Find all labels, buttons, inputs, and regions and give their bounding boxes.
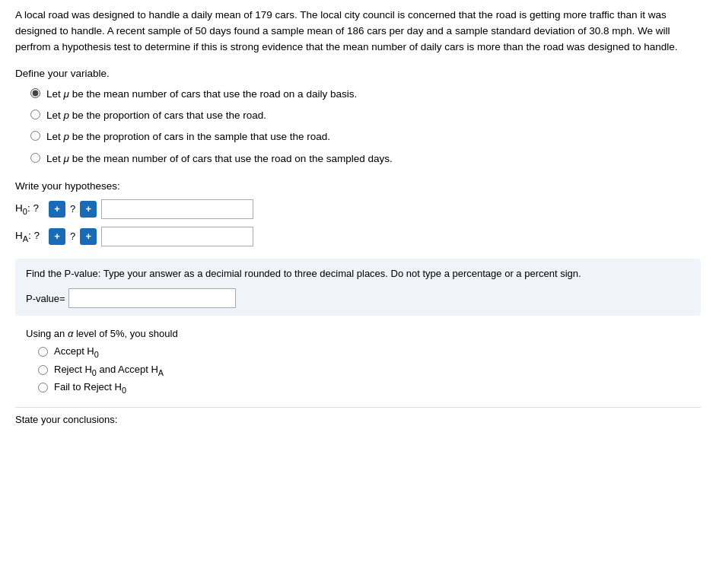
h0-label: H0: ? [15,202,44,216]
alpha-option-accept-text[interactable]: Accept H0 [54,345,99,359]
define-option-3: Let p be the proprotion of cars in the s… [30,129,701,145]
alpha-radio-reject[interactable] [38,365,48,375]
define-option-2-text[interactable]: Let p be the proportion of cars that use… [46,108,266,123]
alpha-option-fail-reject-text[interactable]: Fail to Reject H0 [54,381,126,395]
alpha-option-reject: Reject H0 and Accept HA [38,364,701,377]
define-option-2: Let p be the proportion of cars that use… [30,108,701,123]
alpha-option-reject-text[interactable]: Reject H0 and Accept HA [54,364,164,377]
pvalue-row: P-value= [26,288,690,308]
define-option-1-text[interactable]: Let μ be the mean number of cars that us… [46,87,357,102]
h0-input[interactable] [101,199,253,219]
define-variable-label: Define your variable. [15,68,701,79]
ha-question-mark: ? [70,230,75,242]
define-option-1: Let μ be the mean number of cars that us… [30,87,701,102]
h0-row: H0: ? + ? + [15,199,701,219]
define-option-3-text[interactable]: Let p be the proprotion of cars in the s… [46,129,330,145]
ha-label: HA: ? [15,230,44,243]
ha-input[interactable] [101,227,253,246]
alpha-options: Accept H0 Reject H0 and Accept HA Fail t… [38,345,701,395]
define-radio-1[interactable] [30,88,40,98]
alpha-title: Using an α level of 5%, you should [26,328,701,339]
conclusions-section: State your conclusions: [15,407,701,425]
h0-question-mark: ? [70,203,75,215]
hypotheses-section: Write your hypotheses: H0: ? + ? + HA: ?… [15,180,701,246]
conclusions-label: State your conclusions: [15,414,701,425]
define-radio-4[interactable] [30,153,40,163]
pvalue-section: Find the P-value: Type your answer as a … [15,259,701,316]
define-radio-3[interactable] [30,131,40,141]
pvalue-description: Find the P-value: Type your answer as a … [26,266,690,281]
h0-dropdown2-button[interactable]: + [80,201,97,218]
alpha-section: Using an α level of 5%, you should Accep… [26,328,701,395]
ha-row: HA: ? + ? + [15,227,701,246]
intro-paragraph: A local road was designed to handle a da… [15,8,701,56]
define-option-4-text[interactable]: Let μ be the mean number of of cars that… [46,151,393,167]
ha-dropdown2-button[interactable]: + [80,228,97,245]
alpha-radio-fail-reject[interactable] [38,383,48,393]
pvalue-label: P-value= [26,293,65,304]
define-variable-options: Let μ be the mean number of cars that us… [30,87,701,167]
define-option-4: Let μ be the mean number of of cars that… [30,151,701,167]
h0-dropdown1-button[interactable]: + [49,201,65,218]
define-radio-2[interactable] [30,110,40,119]
alpha-option-fail-reject: Fail to Reject H0 [38,381,701,395]
hypotheses-title: Write your hypotheses: [15,180,701,192]
pvalue-input[interactable] [68,288,236,308]
ha-dropdown1-button[interactable]: + [49,228,65,245]
alpha-radio-accept[interactable] [38,347,48,357]
alpha-option-accept: Accept H0 [38,345,701,359]
